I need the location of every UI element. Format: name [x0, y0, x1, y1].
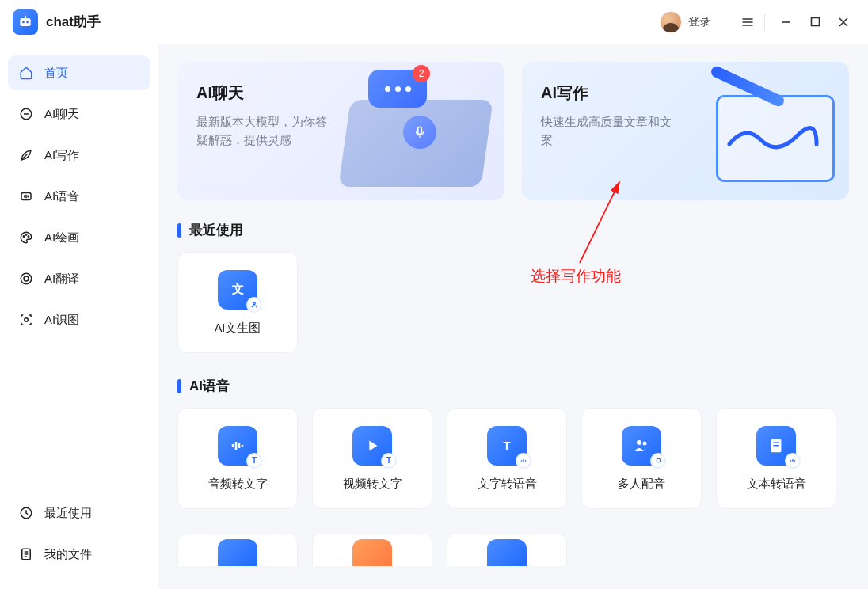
main-content: AI聊天 最新版本大模型，为你答疑解惑，提供灵感 2 AI写作 快速生成高质量文… — [158, 44, 868, 589]
translate-icon — [19, 272, 33, 286]
home-icon — [19, 66, 33, 80]
svg-rect-15 — [418, 127, 422, 134]
sidebar-item-label: AI翻译 — [44, 272, 79, 287]
tile-label: 音频转文字 — [208, 477, 268, 492]
sidebar-item-recent[interactable]: 最近使用 — [8, 496, 150, 530]
tile-label: 文字转语音 — [478, 477, 537, 492]
mic-badge-icon — [650, 453, 666, 469]
sidebar-item-home[interactable]: 首页 — [8, 55, 150, 90]
tile-multi-voice[interactable]: 多人配音 — [581, 408, 702, 509]
svg-rect-0 — [20, 18, 30, 26]
app-logo-icon — [13, 10, 38, 35]
image-badge-icon — [246, 297, 262, 313]
tile-label: 多人配音 — [618, 477, 665, 492]
svg-rect-23 — [773, 442, 779, 443]
login-link[interactable]: 登录 — [688, 15, 710, 29]
svg-point-12 — [25, 318, 29, 322]
app-title: chat助手 — [46, 13, 101, 31]
svg-rect-24 — [773, 445, 779, 446]
feather-icon — [19, 148, 33, 162]
sidebar-item-label: 首页 — [44, 66, 68, 81]
sidebar-item-paint[interactable]: AI绘画 — [8, 220, 150, 255]
voice-icon — [19, 189, 33, 203]
sidebar-item-chat[interactable]: AI聊天 — [8, 97, 150, 131]
hero-card-chat[interactable]: AI聊天 最新版本大模型，为你答疑解惑，提供灵感 2 — [177, 62, 504, 200]
tile-label: 视频转文字 — [343, 477, 402, 492]
close-icon[interactable] — [832, 10, 855, 34]
svg-point-20 — [643, 441, 647, 445]
sidebar-item-label: AI识图 — [44, 313, 79, 328]
file-icon — [19, 547, 33, 561]
tile-text-to-speech[interactable]: T 文字转语音 — [447, 408, 567, 509]
section-title: AI语音 — [189, 377, 230, 395]
wave-badge-icon — [785, 453, 801, 469]
sidebar-item-vision[interactable]: AI识图 — [8, 302, 150, 337]
user-avatar[interactable] — [660, 11, 682, 33]
people-icon — [622, 426, 661, 466]
svg-text:T: T — [504, 439, 511, 451]
write-graphic — [689, 76, 839, 187]
maximize-icon[interactable] — [803, 10, 827, 34]
audio-icon: T — [218, 426, 257, 466]
svg-point-9 — [28, 236, 29, 238]
svg-point-2 — [26, 21, 29, 23]
text-speech-icon: T — [487, 426, 527, 466]
chat-icon — [19, 107, 33, 121]
svg-point-19 — [637, 440, 641, 445]
tile-audio-to-text[interactable]: T 音频转文字 — [177, 408, 298, 509]
svg-point-8 — [25, 234, 27, 236]
sidebar-item-write[interactable]: AI写作 — [8, 138, 150, 173]
minimize-icon[interactable] — [775, 10, 798, 34]
sidebar-item-translate[interactable]: AI翻译 — [8, 261, 150, 296]
chat-graphic: 2 — [345, 76, 495, 187]
sidebar-item-label: AI语音 — [44, 189, 79, 204]
section-title: 最近使用 — [189, 221, 243, 239]
palette-icon — [19, 230, 33, 245]
text-image-icon: 文 — [218, 270, 257, 310]
menu-icon[interactable] — [736, 10, 760, 34]
sidebar-item-label: AI聊天 — [44, 107, 79, 122]
video-icon: T — [352, 426, 392, 466]
divider — [764, 13, 765, 31]
sidebar-item-label: AI绘画 — [44, 230, 79, 245]
svg-text:文: 文 — [231, 282, 244, 295]
sidebar: 首页 AI聊天 AI写作 AI语音 AI绘画 AI翻译 AI识图 最 — [0, 44, 158, 589]
tile-label: 文本转语音 — [747, 477, 806, 492]
svg-point-17 — [253, 302, 256, 305]
tile-text-to-voice[interactable]: 文本转语音 — [716, 408, 836, 509]
svg-point-7 — [23, 236, 25, 238]
sidebar-item-files[interactable]: 我的文件 — [8, 537, 150, 572]
document-voice-icon — [756, 426, 796, 466]
svg-point-1 — [22, 21, 25, 23]
sidebar-item-label: AI写作 — [44, 148, 79, 163]
titlebar: chat助手 登录 — [0, 0, 868, 44]
notification-badge: 2 — [413, 65, 430, 82]
tile-video-to-text[interactable]: T 视频转文字 — [312, 408, 432, 509]
sidebar-item-label: 我的文件 — [44, 547, 92, 562]
svg-point-10 — [21, 273, 32, 284]
svg-point-11 — [24, 276, 29, 281]
sidebar-item-label: 最近使用 — [44, 506, 92, 521]
section-header-voice: AI语音 — [177, 377, 849, 395]
svg-rect-3 — [25, 15, 26, 17]
history-icon — [19, 506, 33, 520]
hero-desc: 最新版本大模型，为你答疑解惑，提供灵感 — [196, 113, 331, 150]
tile-label: AI文生图 — [215, 321, 261, 336]
tile-text-to-image[interactable]: 文 AI文生图 — [177, 252, 298, 353]
hero-card-write[interactable]: AI写作 快速生成高质量文章和文案 — [522, 62, 849, 200]
section-header-recent: 最近使用 — [177, 221, 849, 239]
sidebar-item-voice[interactable]: AI语音 — [8, 179, 150, 214]
hero-desc: 快速生成高质量文章和文案 — [541, 113, 676, 150]
scan-icon — [19, 313, 33, 327]
wave-badge-icon — [516, 453, 531, 469]
partial-tile-row — [177, 533, 849, 566]
svg-rect-4 — [811, 18, 819, 26]
svg-point-21 — [657, 458, 661, 462]
